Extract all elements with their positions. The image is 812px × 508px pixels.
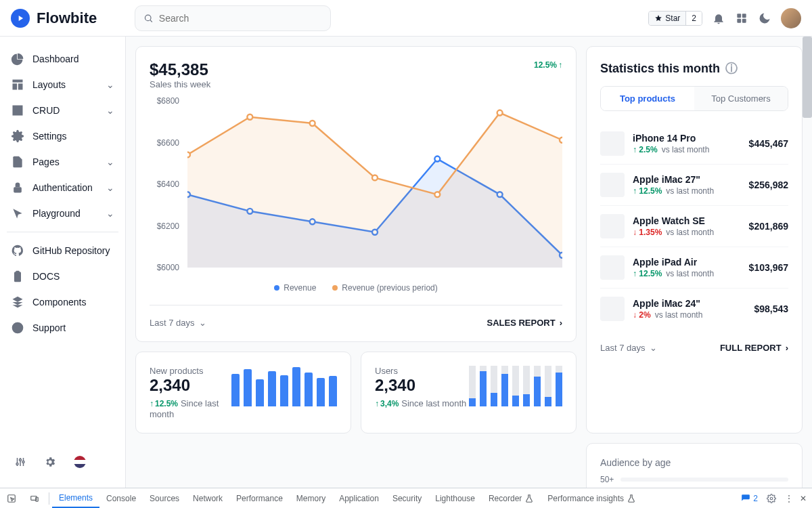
stats-range-select[interactable]: Last 7 days ⌄ — [600, 343, 657, 353]
devtools-tab-lighthouse[interactable]: Lighthouse — [428, 488, 482, 508]
sales-card: $45,385 Sales this week 12.5% ↑ $6800$66… — [135, 46, 577, 342]
devtools-tab-sources[interactable]: Sources — [143, 488, 186, 508]
sidebar-item-support[interactable]: Support — [0, 315, 125, 341]
sales-value: $45,385 — [150, 60, 210, 79]
sidebar-item-authentication[interactable]: Authentication⌄ — [0, 175, 125, 200]
search-field[interactable] — [159, 13, 322, 24]
layout-icon — [11, 78, 24, 91]
svg-point-32 — [560, 137, 562, 143]
flask-icon — [627, 494, 636, 503]
sidebar-item-components[interactable]: Components — [0, 289, 125, 315]
mini-card-products: New products 2,340 ↑ 12.5% Since last mo… — [135, 352, 351, 433]
topbar: Flowbite Star 2 — [0, 0, 812, 37]
chevron-down-icon: ⌄ — [199, 318, 206, 328]
mini-title: New products — [150, 366, 231, 376]
moon-icon[interactable] — [758, 12, 771, 25]
sales-delta: 12.5% ↑ — [534, 60, 562, 70]
sidebar-item-pages[interactable]: Pages⌄ — [0, 149, 125, 175]
svg-rect-3 — [737, 18, 741, 22]
device-icon[interactable] — [23, 488, 46, 508]
svg-point-26 — [187, 152, 190, 157]
devtools-tab-performance[interactable]: Performance — [229, 488, 290, 508]
svg-rect-2 — [742, 14, 746, 18]
search-input[interactable] — [135, 5, 331, 31]
full-report-link[interactable]: FULL REPORT › — [720, 343, 788, 353]
product-row[interactable]: Apple iMac 27" ↑ 12.5%vs last month $256… — [600, 165, 788, 206]
sidebar-item-dashboard[interactable]: Dashboard — [0, 46, 125, 72]
devtools-issues[interactable]: 2 — [741, 494, 758, 503]
bell-icon[interactable] — [712, 12, 725, 25]
devtools-tab-memory[interactable]: Memory — [290, 488, 332, 508]
svg-point-14 — [16, 463, 18, 465]
sidebar-item-crud[interactable]: CRUD⌄ — [0, 98, 125, 123]
devtools-tab-application[interactable]: Application — [332, 488, 386, 508]
apps-icon[interactable] — [735, 12, 748, 25]
sales-report-link[interactable]: SALES REPORT › — [487, 318, 562, 328]
scrollbar[interactable] — [803, 37, 812, 118]
inspect-icon[interactable] — [0, 488, 23, 508]
devtools-tab-security[interactable]: Security — [386, 488, 428, 508]
chevron-down-icon: ⌄ — [106, 208, 114, 219]
flag-icon[interactable] — [73, 455, 87, 469]
stats-card: Statistics this month ⓘ Top products Top… — [586, 46, 803, 433]
svg-rect-12 — [16, 271, 20, 273]
gear-icon — [11, 129, 24, 143]
gear-icon[interactable] — [43, 455, 57, 469]
sidebar-item-docs[interactable]: DOCS — [0, 263, 125, 289]
tab-top-customers[interactable]: Top Customers — [694, 87, 788, 110]
product-thumb — [600, 131, 625, 156]
devtools-tab-elements[interactable]: Elements — [52, 488, 99, 508]
doc-icon — [11, 155, 24, 169]
github-star-button[interactable]: Star 2 — [648, 11, 702, 26]
product-row[interactable]: Apple Watch SE ↓ 1.35%vs last month $201… — [600, 206, 788, 247]
product-row[interactable]: Apple iMac 24" ↓ 2%vs last month $98,543 — [600, 289, 788, 329]
devtools-more-icon[interactable]: ⋮ — [785, 494, 793, 503]
search-icon — [143, 13, 154, 24]
svg-point-30 — [434, 192, 440, 197]
devtools-tab-recorder[interactable]: Recorder — [482, 488, 541, 508]
devtools-close-icon[interactable]: ✕ — [800, 494, 807, 503]
devtools-tab-performance-insights[interactable]: Performance insights — [541, 488, 643, 508]
sales-range-select[interactable]: Last 7 days ⌄ — [150, 318, 206, 328]
mini-delta: ↑ 12.5% — [150, 399, 178, 408]
info-icon[interactable]: ⓘ — [725, 60, 738, 77]
svg-point-0 — [145, 15, 152, 21]
svg-rect-7 — [18, 83, 23, 89]
sales-chart: $6800$6600$6400$6200$6000 RevenueRevenue… — [150, 96, 562, 293]
svg-rect-1 — [737, 14, 741, 18]
chevron-down-icon: ⌄ — [650, 343, 657, 353]
clipboard-icon — [11, 270, 24, 283]
star-icon — [654, 14, 662, 22]
devtools-tab-console[interactable]: Console — [99, 488, 143, 508]
chevron-right-icon: › — [786, 343, 788, 353]
tab-top-products[interactable]: Top products — [601, 87, 694, 110]
svg-rect-6 — [13, 83, 18, 89]
avatar[interactable] — [781, 8, 801, 28]
product-thumb — [600, 214, 625, 238]
sales-caption: Sales this week — [150, 79, 210, 89]
chevron-right-icon: › — [560, 318, 562, 328]
sliders-icon[interactable] — [14, 455, 27, 469]
brand-logo[interactable]: Flowbite — [11, 9, 97, 28]
github-icon — [11, 244, 24, 257]
product-row[interactable]: iPhone 14 Pro ↑ 2.5%vs last month $445,4… — [600, 123, 788, 165]
devtools-gear-icon[interactable] — [765, 492, 778, 505]
sidebar-item-github-repository[interactable]: GitHub Repository — [0, 238, 125, 263]
sidebar-item-playground[interactable]: Playground⌄ — [0, 200, 125, 226]
audience-title: Audience by age — [600, 457, 788, 468]
audience-card: Audience by age 50+40+30+20+ — [586, 443, 803, 488]
sidebar-item-settings[interactable]: Settings — [0, 123, 125, 149]
stats-title: Statistics this month — [600, 62, 720, 76]
product-row[interactable]: Apple iPad Air ↑ 12.5%vs last month $103… — [600, 247, 788, 289]
chevron-down-icon: ⌄ — [106, 182, 114, 193]
svg-rect-8 — [13, 106, 23, 116]
product-thumb — [600, 297, 625, 321]
svg-point-36 — [770, 497, 773, 500]
devtools-tab-network[interactable]: Network — [186, 488, 229, 508]
svg-rect-10 — [14, 187, 22, 192]
sidebar-item-layouts[interactable]: Layouts⌄ — [0, 72, 125, 98]
chevron-down-icon: ⌄ — [106, 105, 114, 116]
star-count: 2 — [686, 12, 702, 25]
devtools-bar: ElementsConsoleSourcesNetworkPerformance… — [0, 488, 812, 508]
mini-bar-chart — [231, 366, 337, 406]
